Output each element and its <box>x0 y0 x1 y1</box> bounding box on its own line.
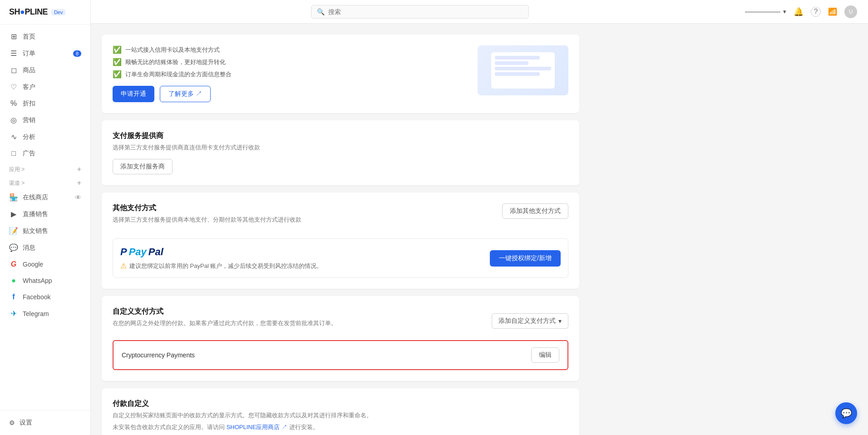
sidebar-item-messages[interactable]: 💬 消息 <box>0 239 90 256</box>
username-text: —————— <box>745 8 780 15</box>
check-icon-3: ✅ <box>113 70 122 79</box>
custom-payment-card: 自定义支付方式 在您的网店之外处理的付款。如果客户通过此方式付款，您需要在发货前… <box>102 296 579 381</box>
channels-section-label[interactable]: 渠道 > <box>9 179 25 187</box>
feature-item-2: ✅ 顺畅无比的结账体验，更好地提升转化 <box>113 58 470 66</box>
sidebar-item-label: Telegram <box>23 310 49 317</box>
payment-customization-desc1: 自定义控制买家结账页面中的收款方式的显示方式。您可隐藏收款方式以及对其进行排序和… <box>113 411 568 420</box>
cryptocurrency-edit-button[interactable]: 编辑 <box>531 347 559 363</box>
sidebar-logo: SH●PLINE Dev <box>0 0 90 25</box>
sidebar-item-telegram[interactable]: ✈ Telegram <box>0 305 90 322</box>
paypal-warning: ⚠ 建议您绑定以前常用的 PayPal 账户，减少后续交易受到风控冻结的情况。 <box>120 262 322 270</box>
sidebar-item-google[interactable]: G Google <box>0 256 90 272</box>
payment-provider-card: 支付服务提供商 选择第三方支付服务提供商直连信用卡支付方式进行收款 添加支付服务… <box>102 120 579 185</box>
bell-icon[interactable]: 🔔 <box>794 7 804 17</box>
other-payment-desc: 选择第三方支付服务提供商本地支付、分期付款等其他支付方式进行收款 <box>113 216 301 224</box>
sidebar-item-label: 折扣 <box>23 99 35 108</box>
live-sales-icon: ▶ <box>9 210 18 218</box>
sidebar-item-label: Facebook <box>23 293 50 301</box>
sidebar-item-label: 分析 <box>23 133 35 141</box>
other-payment-title: 其他支付方式 <box>113 203 301 213</box>
sidebar: SH●PLINE Dev ⊞ 首页 ☰ 订单 8 ◻ 商品 ♡ 客户 % 折扣 … <box>0 0 91 435</box>
paypal-auth-button[interactable]: 一键授权绑定/新增 <box>490 250 561 267</box>
feature-text-2: 顺畅无比的结账体验，更好地提升转化 <box>125 58 226 66</box>
paypal-logo-pal: Pal <box>148 246 163 258</box>
sidebar-item-facebook[interactable]: f Facebook <box>0 289 90 305</box>
products-icon: ◻ <box>9 66 18 74</box>
custom-payment-header-row: 自定义支付方式 在您的网店之外处理的付款。如果客户通过此方式付款，您需要在发货前… <box>113 307 568 335</box>
apps-section-header: 应用 > + <box>0 162 90 175</box>
payment-provider-desc: 选择第三方支付服务提供商直连信用卡支付方式进行收款 <box>113 143 568 152</box>
feature-item-1: ✅ 一站式接入信用卡以及本地支付方式 <box>113 45 470 54</box>
custom-payment-text: 自定义支付方式 在您的网店之外处理的付款。如果客户通过此方式付款，您需要在发货前… <box>113 307 337 335</box>
feature-item-3: ✅ 订单生命周期和现金流的全方面信息整合 <box>113 70 470 79</box>
payment-customization-desc2-wrap: 未安装包含收款方式自定义的应用。请访问 SHOPLINE应用商店 ↗ 进行安装。 <box>113 423 568 431</box>
page-content: ✅ 一站式接入信用卡以及本地支付方式 ✅ 顺畅无比的结账体验，更好地提升转化 ✅… <box>91 24 590 435</box>
user-account[interactable]: —————— ▾ <box>745 8 786 15</box>
sidebar-item-post-sales[interactable]: 📝 贴文销售 <box>0 222 90 239</box>
settings-label: 设置 <box>20 419 32 427</box>
sidebar-item-discounts[interactable]: % 折扣 <box>0 95 90 112</box>
help-icon[interactable]: ? <box>811 7 821 17</box>
add-custom-payment-button[interactable]: 添加自定义支付方式 ▾ <box>492 313 568 329</box>
paypal-logo: P Pay Pal <box>120 246 322 258</box>
marketing-icon: ◎ <box>9 116 18 124</box>
feature-text-3: 订单生命周期和现金流的全方面信息整合 <box>125 70 232 79</box>
sidebar-item-orders[interactable]: ☰ 订单 8 <box>0 45 90 62</box>
sidebar-item-customers[interactable]: ♡ 客户 <box>0 79 90 95</box>
dropdown-arrow-icon: ▾ <box>558 317 562 325</box>
other-payment-text: 其他支付方式 选择第三方支付服务提供商本地支付、分期付款等其他支付方式进行收款 <box>113 203 301 231</box>
warning-icon: ⚠ <box>120 262 127 270</box>
learn-more-button[interactable]: 了解更多 ↗ <box>160 86 211 102</box>
avatar[interactable]: U <box>844 5 857 18</box>
sidebar-item-whatsapp[interactable]: ● WhatsApp <box>0 272 90 289</box>
custom-payment-title: 自定义支付方式 <box>113 307 337 316</box>
shopline-app-store-link[interactable]: SHOPLINE应用商店 ↗ <box>227 424 287 430</box>
sidebar-item-label: 商品 <box>23 66 35 74</box>
sidebar-item-products[interactable]: ◻ 商品 <box>0 62 90 79</box>
sidebar-item-label: 在线商店 <box>23 193 48 202</box>
paypal-warning-text: 建议您绑定以前常用的 PayPal 账户，减少后续交易受到风控冻结的情况。 <box>129 262 322 270</box>
payment-customization-card: 付款自定义 自定义控制买家结账页面中的收款方式的显示方式。您可隐藏收款方式以及对… <box>102 388 579 435</box>
top-header: 🔍 —————— ▾ 🔔 ? 📶 U <box>91 0 868 24</box>
sidebar-item-online-store[interactable]: 🏪 在线商店 👁 <box>0 189 90 206</box>
sidebar-item-label: WhatsApp <box>23 277 52 284</box>
provider-top: ✅ 一站式接入信用卡以及本地支付方式 ✅ 顺畅无比的结账体验，更好地提升转化 ✅… <box>113 45 568 102</box>
shopline-payments-card: ✅ 一站式接入信用卡以及本地支付方式 ✅ 顺畅无比的结账体验，更好地提升转化 ✅… <box>102 35 579 113</box>
eye-icon[interactable]: 👁 <box>75 194 81 201</box>
custom-payment-desc: 在您的网店之外处理的付款。如果客户通过此方式付款，您需要在发货前批准其订单。 <box>113 319 337 327</box>
apps-section-label[interactable]: 应用 > <box>9 166 25 173</box>
sidebar-item-analytics[interactable]: ∿ 分析 <box>0 129 90 145</box>
provider-features: ✅ 一站式接入信用卡以及本地支付方式 ✅ 顺畅无比的结账体验，更好地提升转化 ✅… <box>113 45 470 102</box>
sidebar-item-ads[interactable]: □ 广告 <box>0 145 90 162</box>
telegram-icon: ✈ <box>9 309 18 318</box>
post-sales-icon: 📝 <box>9 227 18 235</box>
sidebar-item-marketing[interactable]: ◎ 营销 <box>0 112 90 129</box>
chevron-down-icon: ▾ <box>783 8 786 15</box>
apps-add-icon[interactable]: + <box>77 165 81 173</box>
sidebar-item-label: 订单 <box>23 49 35 58</box>
sidebar-item-label: 客户 <box>23 83 35 91</box>
add-payment-provider-button[interactable]: 添加支付服务商 <box>113 159 173 174</box>
apply-button[interactable]: 申请开通 <box>113 86 154 102</box>
google-icon: G <box>9 260 18 268</box>
chat-float-button[interactable]: 💬 <box>835 402 857 424</box>
illus-line <box>495 67 551 70</box>
wifi-icon: 📶 <box>828 7 837 16</box>
whatsapp-icon: ● <box>9 277 18 285</box>
online-store-icon: 🏪 <box>9 193 18 202</box>
search-icon: 🔍 <box>317 8 325 15</box>
channels-section-header: 渠道 > + <box>0 175 90 189</box>
sidebar-item-label: 广告 <box>23 149 35 158</box>
search-input[interactable] <box>328 8 523 15</box>
paypal-logo-p: P <box>120 246 127 258</box>
sidebar-bottom: ⚙ 设置 <box>0 410 90 435</box>
sidebar-item-home[interactable]: ⊞ 首页 <box>0 28 90 45</box>
illus-line <box>495 56 540 59</box>
sidebar-item-label: 消息 <box>23 244 35 252</box>
paypal-info: P Pay Pal ⚠ 建议您绑定以前常用的 PayPal 账户，减少后续交易受… <box>120 246 322 270</box>
sidebar-item-live-sales[interactable]: ▶ 直播销售 <box>0 206 90 222</box>
channels-add-icon[interactable]: + <box>77 179 81 187</box>
sidebar-item-settings[interactable]: ⚙ 设置 <box>9 416 81 430</box>
add-other-payment-button[interactable]: 添加其他支付方式 <box>502 203 568 219</box>
payment-provider-title: 支付服务提供商 <box>113 131 568 141</box>
